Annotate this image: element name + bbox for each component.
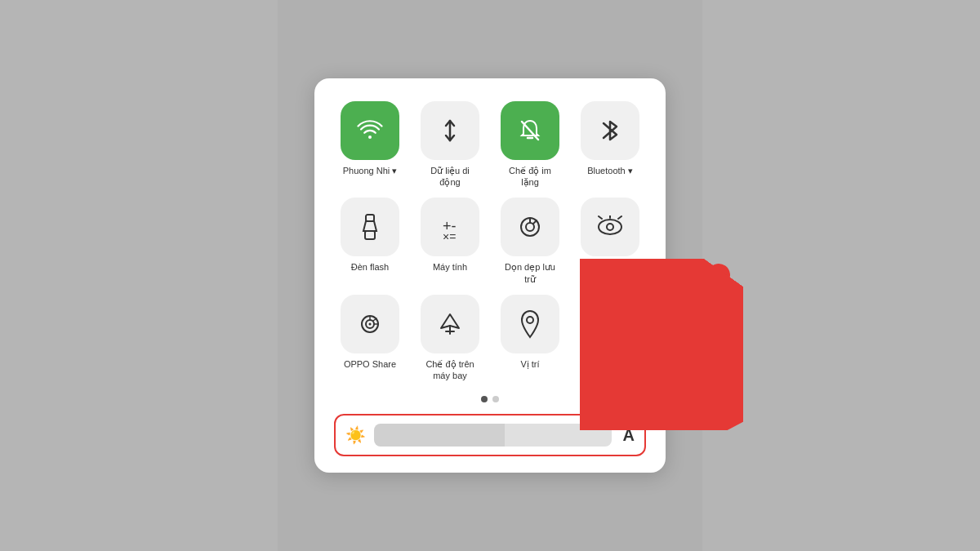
storage-clean-icon <box>517 214 543 240</box>
calculator-label: Máy tính <box>433 261 467 273</box>
tile-wifi[interactable]: Phuong Nhi ▾ <box>334 101 406 189</box>
brightness-row[interactable]: ☀️ A <box>334 414 646 456</box>
bluetooth-icon <box>600 117 620 144</box>
svg-point-15 <box>599 220 621 234</box>
bluetooth-label: Bluetooth ▾ <box>587 165 633 176</box>
bell-slash-icon <box>518 118 542 144</box>
storage-icon-wrap <box>501 198 559 256</box>
oppo-share-label: OPPO Share <box>344 358 396 370</box>
airplane-icon-wrap <box>421 295 479 353</box>
silent-icon-wrap <box>501 101 559 160</box>
svg-point-16 <box>607 224 613 230</box>
mobile-data-icon-wrap <box>421 101 479 160</box>
tile-airplane[interactable]: Chế độ trên máy bay <box>414 295 486 382</box>
tile-flashlight[interactable]: Đèn flash <box>334 198 406 285</box>
quick-tiles-grid: Phuong Nhi ▾ Dữ liệu di động <box>334 101 646 382</box>
svg-line-18 <box>599 216 602 219</box>
mobile-data-label: Dữ liệu di động <box>421 165 479 189</box>
wifi-icon <box>357 118 383 144</box>
eye-comfort-label: Làm dịu m… <box>585 261 636 273</box>
auto-rotate-icon <box>596 310 624 338</box>
brightness-slider-fill <box>374 424 505 447</box>
dot-1 <box>481 396 488 402</box>
location-icon-wrap <box>501 295 559 353</box>
brightness-icon: ☀️ <box>345 425 366 445</box>
svg-point-22 <box>369 322 372 325</box>
svg-line-14 <box>533 220 537 224</box>
storage-label: Dọn dẹp lưu trữ <box>501 261 559 285</box>
mobile-data-icon <box>438 118 462 144</box>
airplane-icon <box>436 312 464 336</box>
svg-rect-8 <box>365 231 375 239</box>
svg-text:×=: ×= <box>443 230 456 239</box>
tile-mobile-data[interactable]: Dữ liệu di động <box>414 101 486 189</box>
flashlight-icon-wrap <box>341 198 399 256</box>
dot-2 <box>492 396 499 402</box>
brightness-font-button[interactable]: A <box>623 426 635 445</box>
flashlight-label: Đèn flash <box>351 261 389 273</box>
auto-rotate-label: …động xoay <box>585 358 636 370</box>
wifi-label: Phuong Nhi ▾ <box>343 165 398 176</box>
brightness-slider-track[interactable] <box>374 424 612 447</box>
svg-rect-7 <box>366 215 374 221</box>
svg-line-17 <box>618 216 621 219</box>
tile-silent[interactable]: Chế độ im lặng <box>494 101 566 189</box>
eye-comfort-icon-wrap <box>581 198 639 256</box>
calculator-icon: +- ×= <box>439 215 461 239</box>
phone-panel: Phuong Nhi ▾ Dữ liệu di động <box>314 78 666 473</box>
calculator-icon-wrap: +- ×= <box>421 198 479 256</box>
location-icon <box>519 309 541 339</box>
svg-point-28 <box>527 317 533 323</box>
silent-label: Chế độ im lặng <box>501 165 559 189</box>
bluetooth-icon-wrap <box>581 101 639 160</box>
flashlight-icon <box>359 213 381 241</box>
airplane-label: Chế độ trên máy bay <box>421 358 479 382</box>
tile-auto-rotate[interactable]: …động xoay <box>574 295 646 382</box>
eye-comfort-icon <box>595 216 625 238</box>
oppo-share-icon-wrap <box>341 295 399 353</box>
location-label: Vị trí <box>520 358 539 370</box>
wifi-icon-wrap <box>341 101 399 160</box>
tile-oppo-share[interactable]: OPPO Share <box>334 295 406 382</box>
tile-location[interactable]: Vị trí <box>494 295 566 382</box>
tile-calculator[interactable]: +- ×= Máy tính <box>414 198 486 285</box>
auto-rotate-icon-wrap <box>581 295 639 353</box>
tile-storage[interactable]: Dọn dẹp lưu trữ <box>494 198 566 285</box>
page-dots <box>334 396 646 402</box>
tile-bluetooth[interactable]: Bluetooth ▾ <box>574 101 646 189</box>
tile-eye-comfort[interactable]: Làm dịu m… <box>574 198 646 285</box>
oppo-share-icon <box>356 310 384 338</box>
